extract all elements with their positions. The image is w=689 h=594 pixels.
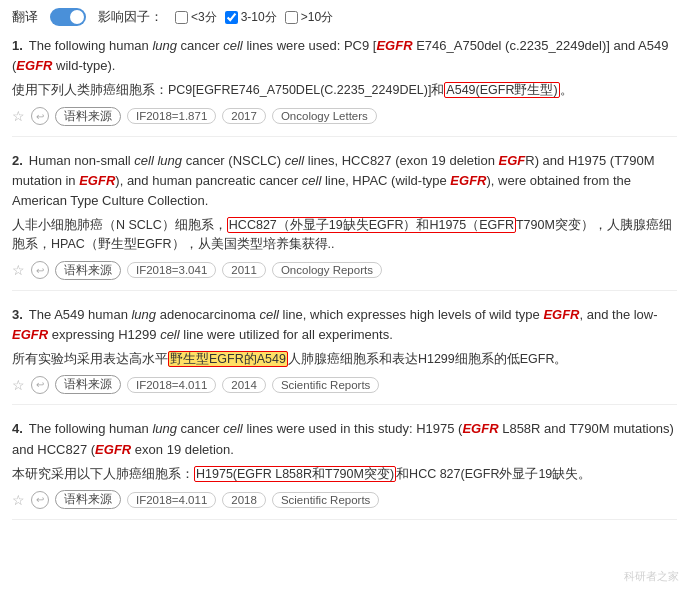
circle-btn-3[interactable]: ↩ (31, 376, 49, 394)
source-tag-4[interactable]: 语料来源 (55, 490, 121, 509)
year-tag-3: 2014 (222, 377, 266, 393)
if-tag-3: IF2018=4.011 (127, 377, 216, 393)
cn-highlight-3: 野生型EGFR的A549 (168, 351, 288, 367)
source-tag-2[interactable]: 语料来源 (55, 261, 121, 280)
filter-group: <3分 3-10分 >10分 (175, 9, 333, 26)
source-tag-3[interactable]: 语料来源 (55, 375, 121, 394)
cn-highlight-2: HCC827（外显子19缺失EGFR）和H1975（EGFR (227, 217, 516, 233)
filter-item-2[interactable]: 3-10分 (225, 9, 277, 26)
lung-4: lung (152, 421, 177, 436)
filter-label-2: 3-10分 (241, 9, 277, 26)
meta-row-1: ☆ ↩ 语料来源 IF2018=1.871 2017 Oncology Lett… (12, 107, 677, 126)
result-en-4: 4. The following human lung cancer cell … (12, 419, 677, 459)
top-bar: 翻译 影响因子： <3分 3-10分 >10分 (12, 8, 677, 26)
circle-btn-1[interactable]: ↩ (31, 107, 49, 125)
if-tag-4: IF2018=4.011 (127, 492, 216, 508)
star-icon-2[interactable]: ☆ (12, 262, 25, 278)
egfr-2b: EGFR (79, 173, 115, 188)
result-cn-1: 使用下列人类肺癌细胞系：PC9[EGFRE746_A750DEL(C.2235_… (12, 81, 677, 100)
cell-3b: cell (160, 327, 180, 342)
egfr-3b: EGFR (12, 327, 48, 342)
translate-label: 翻译 (12, 8, 38, 26)
filter-label-3: >10分 (301, 9, 333, 26)
results-list: 1. The following human lung cancer cell … (12, 36, 677, 520)
translate-toggle[interactable] (50, 8, 86, 26)
cell-2a: cell (134, 153, 154, 168)
journal-tag-1: Oncology Letters (272, 108, 377, 124)
meta-row-2: ☆ ↩ 语料来源 IF2018=3.041 2011 Oncology Repo… (12, 261, 677, 280)
journal-tag-2: Oncology Reports (272, 262, 382, 278)
lung-3: lung (131, 307, 156, 322)
result-en-3: 3. The A549 human lung adenocarcinoma ce… (12, 305, 677, 345)
result-number-3: 3. (12, 305, 23, 325)
filter-checkbox-3[interactable] (285, 11, 298, 24)
result-number-2: 2. (12, 151, 23, 171)
result-item-3: 3. The A549 human lung adenocarcinoma ce… (12, 305, 677, 406)
star-icon-3[interactable]: ☆ (12, 377, 25, 393)
egfr-1b: EGFR (16, 58, 52, 73)
cell-4a: cell (223, 421, 243, 436)
circle-btn-2[interactable]: ↩ (31, 261, 49, 279)
result-item-4: 4. The following human lung cancer cell … (12, 419, 677, 520)
egfr-3a: EGFR (543, 307, 579, 322)
filter-checkbox-2[interactable] (225, 11, 238, 24)
cell-1: cell (223, 38, 243, 53)
cell-3a: cell (259, 307, 279, 322)
result-en-2: 2. Human non-small cell lung cancer (NSC… (12, 151, 677, 211)
result-cn-3: 所有实验均采用表达高水平野生型EGFR的A549人肺腺癌细胞系和表达H1299细… (12, 350, 677, 369)
journal-tag-3: Scientific Reports (272, 377, 379, 393)
result-item-1: 1. The following human lung cancer cell … (12, 36, 677, 137)
star-icon-4[interactable]: ☆ (12, 492, 25, 508)
circle-btn-4[interactable]: ↩ (31, 491, 49, 509)
egfr-4a: EGFR (462, 421, 498, 436)
lung-2: lung (157, 153, 182, 168)
meta-row-4: ☆ ↩ 语料来源 IF2018=4.011 2018 Scientific Re… (12, 490, 677, 509)
cell-2c: cell (302, 173, 322, 188)
meta-row-3: ☆ ↩ 语料来源 IF2018=4.011 2014 Scientific Re… (12, 375, 677, 394)
star-icon-1[interactable]: ☆ (12, 108, 25, 124)
watermark: 科研者之家 (624, 569, 679, 584)
filter-item-1[interactable]: <3分 (175, 9, 217, 26)
cell-2b: cell (285, 153, 305, 168)
result-en-1: 1. The following human lung cancer cell … (12, 36, 677, 76)
result-number-1: 1. (12, 36, 23, 56)
result-number-4: 4. (12, 419, 23, 439)
egfr-2a: EGF (499, 153, 526, 168)
result-item-2: 2. Human non-small cell lung cancer (NSC… (12, 151, 677, 291)
year-tag-4: 2018 (222, 492, 266, 508)
lung-1: lung (152, 38, 177, 53)
filter-item-3[interactable]: >10分 (285, 9, 333, 26)
if-tag-1: IF2018=1.871 (127, 108, 216, 124)
journal-tag-4: Scientific Reports (272, 492, 379, 508)
filter-checkbox-1[interactable] (175, 11, 188, 24)
year-tag-2: 2011 (222, 262, 266, 278)
filter-label-1: <3分 (191, 9, 217, 26)
egfr-4b: EGFR (95, 442, 131, 457)
toggle-knob (70, 10, 84, 24)
egfr-2c: EGFR (450, 173, 486, 188)
cn-highlight-1: A549(EGFR野生型) (444, 82, 559, 98)
cn-highlight-4: H1975(EGFR L858R和T790M突变) (194, 466, 396, 482)
result-cn-4: 本研究采用以下人肺癌细胞系：H1975(EGFR L858R和T790M突变)和… (12, 465, 677, 484)
impact-label: 影响因子： (98, 8, 163, 26)
if-tag-2: IF2018=3.041 (127, 262, 216, 278)
result-cn-2: 人非小细胞肺癌（N SCLC）细胞系，HCC827（外显子19缺失EGFR）和H… (12, 216, 677, 255)
egfr-1a: EGFR (376, 38, 412, 53)
source-tag-1[interactable]: 语料来源 (55, 107, 121, 126)
year-tag-1: 2017 (222, 108, 266, 124)
